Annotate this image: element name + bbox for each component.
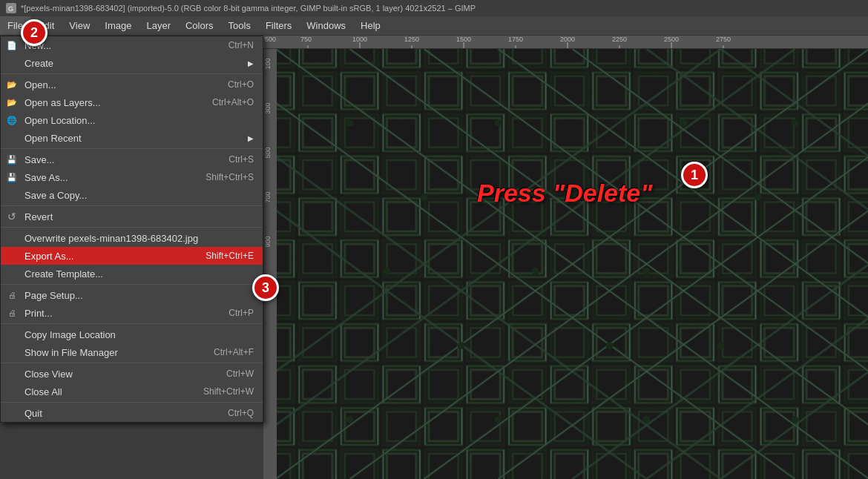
svg-text:2500: 2500 bbox=[664, 36, 679, 43]
ruler-horizontal: 500 750 1000 1250 1500 1750 2000 2250 25… bbox=[263, 36, 868, 49]
submenu-arrow-recent: ▶ bbox=[248, 134, 254, 142]
svg-point-77 bbox=[792, 416, 799, 423]
menu-windows[interactable]: Windows bbox=[299, 16, 353, 35]
menu-open-recent[interactable]: Open Recent ▶ bbox=[1, 129, 263, 147]
menu-revert[interactable]: ↺ Revert bbox=[1, 208, 263, 225]
svg-text:2000: 2000 bbox=[560, 36, 575, 43]
menu-open-location[interactable]: 🌐 Open Location... bbox=[1, 111, 263, 129]
svg-point-72 bbox=[717, 342, 725, 349]
separator-2 bbox=[1, 148, 263, 149]
menu-open-layers[interactable]: 📂 Open as Layers... Ctrl+Alt+O bbox=[1, 93, 263, 111]
ruler-left-svg: 100 300 500 700 900 bbox=[263, 49, 277, 479]
svg-text:500: 500 bbox=[264, 147, 272, 158]
svg-point-66 bbox=[458, 342, 465, 349]
svg-text:1250: 1250 bbox=[404, 36, 419, 43]
save-as-icon: 💾 bbox=[5, 171, 19, 184]
menu-bar: File Edit View Image Layer Colors Tools … bbox=[0, 16, 868, 36]
canvas-area: Press "Delete" 1 bbox=[277, 49, 868, 479]
svg-text:G: G bbox=[8, 5, 13, 13]
svg-point-76 bbox=[643, 416, 651, 423]
menu-create-template[interactable]: Create Template... bbox=[1, 265, 263, 283]
menu-show-file-manager[interactable]: Show in File Manager Ctrl+Alt+F bbox=[1, 343, 263, 361]
svg-point-63 bbox=[495, 119, 502, 127]
separator-3 bbox=[1, 205, 263, 206]
menu-view[interactable]: View bbox=[62, 16, 97, 35]
menu-quit[interactable]: Quit Ctrl+Q bbox=[1, 404, 263, 422]
svg-text:1750: 1750 bbox=[508, 36, 523, 43]
page-setup-icon: 🖨 bbox=[5, 288, 19, 302]
submenu-arrow: ▶ bbox=[248, 59, 254, 67]
menu-save[interactable]: 💾 Save... Ctrl+S bbox=[1, 151, 263, 168]
fence-image bbox=[277, 49, 868, 479]
menu-image[interactable]: Image bbox=[97, 16, 139, 35]
annotation-badge-3: 3 bbox=[252, 274, 279, 301]
menu-open[interactable]: 📂 Open... Ctrl+O bbox=[1, 76, 263, 93]
menu-save-copy[interactable]: Save a Copy... bbox=[1, 186, 263, 204]
canvas-background: Press "Delete" 1 bbox=[277, 49, 868, 479]
svg-point-71 bbox=[643, 268, 651, 275]
menu-help[interactable]: Help bbox=[353, 16, 388, 35]
print-icon: 🖨 bbox=[5, 306, 19, 320]
menu-close-all[interactable]: Close All Shift+Ctrl+W bbox=[1, 383, 263, 400]
title-bar: G *[pexels-minan1398-683402] (imported)-… bbox=[0, 0, 868, 16]
press-delete-annotation: Press "Delete" bbox=[477, 179, 652, 208]
location-icon: 🌐 bbox=[5, 113, 19, 127]
svg-text:1500: 1500 bbox=[456, 36, 471, 43]
menu-tools[interactable]: Tools bbox=[221, 16, 258, 35]
svg-point-69 bbox=[680, 119, 688, 127]
menu-page-setup[interactable]: 🖨 Page Setup... bbox=[1, 286, 263, 304]
menu-close-view[interactable]: Close View Ctrl+W bbox=[1, 365, 263, 383]
new-icon: 📄 bbox=[5, 39, 19, 52]
svg-point-68 bbox=[606, 342, 614, 349]
svg-point-70 bbox=[754, 194, 762, 201]
menu-layer[interactable]: Layer bbox=[139, 16, 178, 35]
svg-point-74 bbox=[346, 416, 354, 423]
annotation-badge-1: 1 bbox=[681, 162, 708, 188]
open-icon: 📂 bbox=[5, 78, 19, 91]
svg-point-67 bbox=[532, 268, 539, 275]
ruler-vertical: 100 300 500 700 900 bbox=[263, 49, 277, 479]
menu-overwrite[interactable]: Overwrite pexels-minan1398-683402.jpg bbox=[1, 229, 263, 247]
svg-text:100: 100 bbox=[264, 58, 272, 69]
svg-point-73 bbox=[792, 119, 799, 127]
window-title: *[pexels-minan1398-683402] (imported)-5.… bbox=[21, 4, 476, 13]
separator-1 bbox=[1, 73, 263, 74]
revert-icon: ↺ bbox=[5, 210, 19, 223]
file-dropdown-menu: 📄 New... Ctrl+N Create ▶ 📂 Open... Ctrl+… bbox=[0, 36, 263, 423]
svg-text:2750: 2750 bbox=[716, 36, 731, 43]
save-icon: 💾 bbox=[5, 153, 19, 166]
separator-8 bbox=[1, 402, 263, 403]
ruler-top-svg: 500 750 1000 1250 1500 1750 2000 2250 25… bbox=[263, 36, 868, 48]
menu-filters[interactable]: Filters bbox=[258, 16, 299, 35]
menu-save-as[interactable]: 💾 Save As... Shift+Ctrl+S bbox=[1, 168, 263, 186]
svg-text:1000: 1000 bbox=[352, 36, 367, 43]
separator-6 bbox=[1, 323, 263, 324]
menu-copy-image-location[interactable]: Copy Image Location bbox=[1, 326, 263, 343]
svg-text:2250: 2250 bbox=[612, 36, 627, 43]
svg-text:900: 900 bbox=[264, 236, 272, 247]
separator-7 bbox=[1, 363, 263, 363]
menu-export-as[interactable]: Export As... Shift+Ctrl+E bbox=[1, 247, 263, 265]
menu-colors[interactable]: Colors bbox=[178, 16, 221, 35]
svg-text:750: 750 bbox=[300, 36, 312, 43]
menu-print[interactable]: 🖨 Print... Ctrl+P bbox=[1, 304, 263, 322]
svg-point-75 bbox=[495, 416, 502, 423]
separator-4 bbox=[1, 227, 263, 228]
svg-text:500: 500 bbox=[265, 36, 276, 43]
menu-create[interactable]: Create ▶ bbox=[1, 54, 263, 72]
annotation-badge-2: 2 bbox=[21, 19, 47, 46]
svg-point-62 bbox=[421, 194, 428, 201]
svg-point-61 bbox=[346, 119, 354, 127]
open-layers-icon: 📂 bbox=[5, 96, 19, 109]
svg-text:300: 300 bbox=[264, 102, 272, 113]
app-icon: G bbox=[6, 3, 16, 13]
separator-5 bbox=[1, 284, 263, 285]
svg-point-65 bbox=[384, 268, 391, 275]
svg-text:700: 700 bbox=[264, 191, 272, 202]
